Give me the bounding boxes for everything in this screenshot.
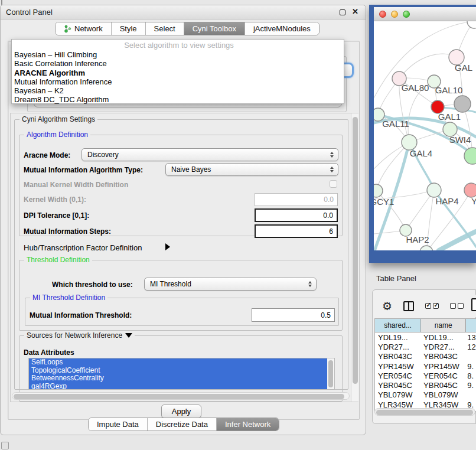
gear-icon[interactable]: ⚙	[382, 301, 392, 312]
data-attributes-list: SelfLoopsTopologicalCoefficientBetweenne…	[28, 358, 335, 390]
table-row[interactable]: YER054CYER054C8.	[375, 371, 476, 380]
list-scrollbar[interactable]	[327, 359, 334, 390]
dpi-tolerance-value: 0.0	[323, 211, 333, 220]
node-label: GAL1	[438, 112, 461, 122]
manual-kernel-checkbox[interactable]	[330, 180, 337, 188]
node-label: Y	[471, 196, 476, 206]
table-hscrollbar-thumb[interactable]	[376, 410, 473, 415]
file-icon[interactable]	[471, 298, 476, 311]
zoom-traffic-light-icon[interactable]	[403, 11, 410, 18]
algorithm-option[interactable]: ARACNE Algorithm	[12, 69, 344, 77]
algorithm-option[interactable]: Dream8 DC_TDC Algorithm	[12, 95, 344, 104]
table-cell: 13	[466, 332, 476, 342]
algorithm-option[interactable]: Bayesian – Hill Climbing	[12, 50, 344, 59]
network-node[interactable]	[374, 184, 383, 197]
dropdown-placeholder: Select algorithm to view settings	[12, 40, 344, 50]
table-row[interactable]: YDL19...YDL19...13	[375, 332, 476, 342]
dpi-tolerance-field[interactable]: 0.0	[255, 208, 338, 222]
table-panel-window: ⚙ shared... name YDL19...YDL19...13YDR27…	[372, 289, 476, 424]
table-row[interactable]: YDR27...YDR27...12	[375, 342, 476, 351]
mi-threshold-field[interactable]: 0.5	[252, 308, 335, 322]
data-attribute-item[interactable]: SelfLoops	[29, 358, 327, 367]
data-attribute-item[interactable]: TopologicalCoefficient	[29, 367, 327, 375]
mi-steps-field[interactable]: 6	[255, 224, 338, 238]
table-cell: YER054C	[421, 371, 466, 380]
table-cell: YDL19...	[421, 332, 466, 342]
algorithm-option[interactable]: Bayesian – K2	[12, 86, 344, 95]
minimize-traffic-light-icon[interactable]	[391, 11, 398, 18]
apply-button[interactable]: Apply	[161, 405, 201, 418]
settings-vscrollbar-thumb[interactable]	[353, 117, 358, 384]
settings-hscrollbar-thumb[interactable]	[14, 394, 344, 399]
kernel-width-field[interactable]: 0.0	[255, 193, 338, 206]
tab-select[interactable]: Select	[146, 22, 184, 35]
unchecked-box-icon	[458, 303, 464, 309]
tab-discretize-data[interactable]: Discretize Data	[148, 418, 217, 431]
collapsed-panel-icon[interactable]	[1, 442, 9, 449]
manual-kernel-label: Manual Kernel Width Definition	[24, 181, 128, 189]
node-label: GAL	[455, 63, 472, 73]
settings-vscrollbar[interactable]	[351, 113, 358, 402]
node-label: GAL4	[410, 148, 432, 158]
network-node[interactable]	[467, 21, 476, 28]
close-icon[interactable]: ✕	[352, 7, 358, 16]
which-threshold-combo[interactable]: MI Threshold	[144, 278, 317, 291]
mi-type-combo[interactable]: Naive Bayes	[165, 163, 338, 176]
table-cell: YPR145W	[421, 361, 466, 371]
list-scrollbar-thumb[interactable]	[328, 360, 333, 387]
algorithm-option[interactable]: Mutual Information Inference	[12, 77, 344, 86]
tab-jactivemnodules[interactable]: jActiveMNodules	[245, 22, 319, 35]
aracne-mode-combo[interactable]: Discovery	[81, 148, 338, 161]
hub-definition-toggle[interactable]: Hub/Transcription Factor Definition	[24, 243, 142, 252]
deselect-all-icon[interactable]	[450, 303, 464, 309]
table-row[interactable]: YBL079WYBL079W	[375, 390, 476, 400]
aracne-mode-label: Aracne Mode:	[24, 151, 70, 159]
network-canvas[interactable]: GALGAL80GAL10GAL1GAL11SWI4GAL4GCY1HAP4YH…	[374, 21, 476, 250]
data-attribute-item[interactable]: BetweennessCentrality	[29, 374, 327, 383]
table-cell: YDR27...	[421, 342, 466, 351]
tab-style[interactable]: Style	[112, 22, 146, 35]
bottom-tabbar: Impute Data Discretize Data Infer Networ…	[88, 418, 279, 431]
tab-label: Infer Network	[225, 420, 270, 429]
tab-cyni-toolbox[interactable]: Cyni Toolbox	[184, 22, 245, 35]
table-row[interactable]: YPR145WYPR145W9.	[375, 361, 476, 371]
table-cell	[466, 352, 476, 361]
node-label: GAL10	[435, 85, 463, 95]
table-hscrollbar[interactable]	[374, 408, 475, 416]
table-cell: YBR043C	[421, 352, 466, 361]
expand-right-icon[interactable]	[165, 243, 170, 250]
algorithm-option[interactable]: Basic Correlation Inference	[12, 59, 344, 68]
columns-icon[interactable]	[403, 301, 414, 311]
table-cell: YPR145W	[375, 361, 421, 371]
column-header-clipped[interactable]	[466, 319, 476, 332]
dpi-tolerance-label: DPI Tolerance [0,1]:	[24, 211, 89, 220]
cyni-algorithm-settings-title: Cyni Algorithm Settings	[19, 115, 97, 123]
data-attribute-item[interactable]: gal4RGexp	[29, 383, 327, 390]
network-node[interactable]	[464, 183, 476, 197]
tab-infer-network[interactable]: Infer Network	[217, 418, 279, 431]
network-node[interactable]	[427, 183, 441, 197]
table-toolbar: ⚙	[374, 295, 476, 317]
float-window-icon[interactable]	[340, 9, 345, 15]
table-row[interactable]: YBR045CYBR045C9.	[375, 380, 476, 390]
tab-impute-data[interactable]: Impute Data	[89, 418, 148, 431]
collapse-down-icon[interactable]	[125, 333, 132, 338]
node-label: GAL80	[402, 83, 429, 93]
stepper-icon	[308, 281, 312, 287]
control-panel-titlebar: Control Panel ✕	[1, 5, 366, 19]
settings-hscrollbar[interactable]	[12, 392, 350, 400]
network-node[interactable]	[454, 96, 471, 112]
mi-threshold-label: Mutual Information Threshold:	[30, 311, 132, 319]
unchecked-box-icon	[450, 303, 456, 309]
tab-label: Style	[120, 24, 137, 33]
tab-label: Select	[154, 24, 175, 33]
table-row[interactable]: YBR043CYBR043C	[375, 352, 476, 361]
tab-label: Cyni Toolbox	[193, 24, 236, 33]
tab-network[interactable]: Network	[56, 22, 112, 35]
column-header-name[interactable]: name	[421, 319, 466, 332]
select-all-icon[interactable]	[425, 303, 439, 309]
close-traffic-light-icon[interactable]	[379, 11, 386, 18]
column-header-shared-name[interactable]: shared...	[375, 319, 421, 332]
table-cell: 8.	[466, 371, 476, 380]
mi-steps-value: 6	[329, 227, 333, 236]
